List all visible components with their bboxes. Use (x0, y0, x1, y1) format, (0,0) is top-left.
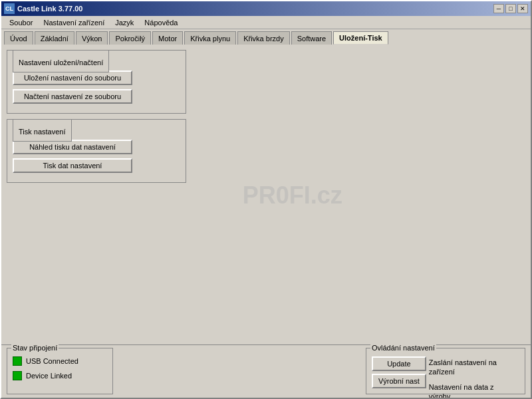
menu-nastaveni[interactable]: Nastavení zařízení (38, 17, 110, 28)
print-legend: Tisk nastavení (13, 119, 72, 142)
device-status-item: Device Linked (13, 371, 107, 380)
connection-status-group: Stav připojení USB Connected Device Link… (7, 348, 113, 394)
tab-krivka-brzdy[interactable]: Křivka brzdy (237, 31, 290, 45)
tab-ulozeni-tisk[interactable]: Uložení-Tisk (333, 31, 388, 45)
control-group-legend: Ovládání nastavení (370, 344, 436, 352)
menu-napoveda[interactable]: Nápověda (139, 17, 183, 28)
main-content: Nastavení uložení/načtení Uložení nastav… (1, 45, 531, 346)
load-from-file-button[interactable]: Načtení nastavení ze souboru (13, 89, 132, 104)
vyrobni-description: Nastavení na data z výroby (429, 382, 509, 399)
tab-motor[interactable]: Motor (152, 31, 183, 45)
save-load-group: Nastavení uložení/načtení Uložení nastav… (7, 50, 186, 114)
tab-vykon[interactable]: Výkon (76, 31, 108, 45)
window-title: Castle Link 3.77.00 (17, 5, 82, 13)
watermark: PR0FI.cz (243, 182, 342, 209)
app-window: CL Castle Link 3.77.00 ─ □ ✕ Soubor Nast… (0, 0, 532, 399)
update-btn-group: Update Výrobní nast (372, 356, 426, 388)
control-group: Ovládání nastavení Update Výrobní nast Z… (366, 348, 525, 394)
close-button[interactable]: ✕ (517, 4, 528, 13)
menu-soubor[interactable]: Soubor (4, 17, 38, 28)
menu-jazyk[interactable]: Jazyk (110, 17, 139, 28)
usb-status-label: USB Connected (26, 357, 78, 365)
connection-status-legend: Stav připojení (11, 344, 59, 352)
save-load-legend: Nastavení uložení/načtení (13, 50, 109, 72)
tab-bar: Úvod Základní Výkon Pokročilý Motor Křiv… (1, 29, 531, 45)
usb-led (13, 356, 22, 366)
status-bar: Stav připojení USB Connected Device Link… (1, 344, 531, 398)
update-description: Zaslání nastavení na zařízení (429, 358, 509, 377)
device-status-label: Device Linked (26, 372, 72, 380)
app-icon-text: CL (5, 5, 13, 12)
usb-status-item: USB Connected (13, 356, 107, 366)
control-descriptions: Zaslání nastavení na zařízení Nastavení … (429, 356, 509, 399)
minimize-button[interactable]: ─ (493, 4, 504, 13)
print-button[interactable]: Tisk dat nastavení (13, 158, 132, 173)
device-led (13, 371, 22, 380)
print-preview-button[interactable]: Náhled tisku dat nastavení (13, 140, 132, 154)
tab-krivka-plynu[interactable]: Křivka plynu (184, 31, 236, 45)
vyrobni-button[interactable]: Výrobní nast (372, 374, 426, 388)
title-bar-controls: ─ □ ✕ (493, 4, 528, 13)
tab-uvod[interactable]: Úvod (4, 31, 33, 45)
tab-zakladni[interactable]: Základní (35, 31, 74, 45)
save-to-file-button[interactable]: Uložení nastavení do souboru (13, 70, 132, 85)
update-button[interactable]: Update (372, 356, 426, 371)
maximize-button[interactable]: □ (505, 4, 516, 13)
tab-software[interactable]: Software (291, 31, 332, 45)
tab-pokrocily[interactable]: Pokročilý (109, 31, 151, 45)
menu-bar: Soubor Nastavení zařízení Jazyk Nápověda (1, 16, 531, 29)
app-icon: CL (4, 3, 15, 14)
title-bar-left: CL Castle Link 3.77.00 (4, 3, 82, 14)
title-bar: CL Castle Link 3.77.00 ─ □ ✕ (1, 1, 531, 16)
print-group: Tisk nastavení Náhled tisku dat nastaven… (7, 119, 186, 183)
